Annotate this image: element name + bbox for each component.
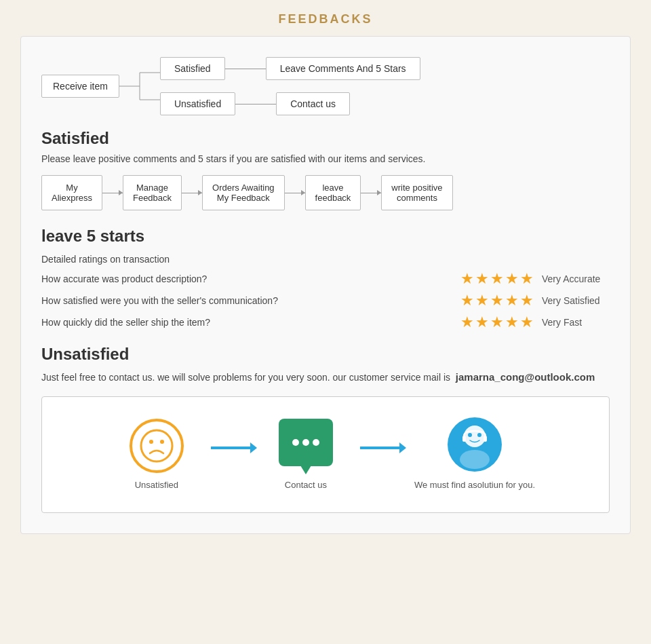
svg-rect-11: [462, 436, 466, 442]
satisfied-row: Satisfied Leave Comments And 5 Stars: [160, 57, 420, 80]
step-box-4: write positive comments: [381, 175, 452, 210]
step-box-3: leave feedback: [305, 175, 361, 210]
svg-point-13: [460, 450, 490, 469]
rating-label-0: Very Accurate: [542, 273, 610, 284]
rating-label-1: Very Satisfied: [542, 295, 610, 306]
contact-chat-label: Contact us: [285, 480, 327, 490]
page-header: FEEDBACKS: [0, 0, 651, 36]
page-title: FEEDBACKS: [0, 12, 651, 26]
step-arrow-2: [182, 193, 202, 193]
ratings-rows: How accurate was product description?★★★…: [41, 270, 610, 331]
rating-row-1: How satisfied were you with the seller's…: [41, 292, 610, 309]
svg-point-8: [464, 425, 486, 447]
main-card: Receive item Satisfied Leave Comments An…: [20, 36, 631, 534]
step-arrow-1: [102, 193, 123, 193]
chat-bubble-wrapper: [279, 419, 333, 466]
branch-lines-svg: [119, 59, 160, 113]
stars-2: ★★★★★: [460, 314, 534, 331]
rating-label-2: Very Fast: [542, 317, 610, 328]
step-arrow-4: [361, 193, 381, 193]
star-icon: ★: [475, 270, 489, 288]
unsatisfied-box: Unsatisfied: [160, 92, 235, 115]
step-box-2: Orders Awaiting My Feedback: [202, 175, 285, 210]
unsatisfied-text: Just feel free to contact us. we will so…: [41, 369, 610, 385]
star-icon: ★: [520, 270, 534, 288]
blue-arrow-line-2: [360, 447, 401, 449]
star-icon: ★: [475, 314, 489, 331]
h-line-1: [225, 69, 266, 69]
rating-question-2: How quickly did the seller ship the item…: [41, 317, 452, 328]
contact-unsatisfied-item: Unsatisfied: [116, 419, 197, 490]
svg-point-10: [477, 433, 481, 437]
blue-arrow-1: [211, 447, 252, 449]
contact-card: Unsatisfied Contact us: [41, 396, 610, 513]
blue-arrow-2: [360, 447, 401, 449]
unsatisfied-email: jamarna_cong@outlook.com: [456, 371, 595, 383]
contact-unsatisfied-label: Unsatisfied: [135, 480, 178, 490]
svg-point-5: [141, 430, 172, 461]
star-icon: ★: [505, 314, 519, 331]
rating-question-1: How satisfied were you with the seller's…: [41, 295, 452, 306]
star-icon: ★: [460, 270, 474, 288]
sad-face-icon: [130, 419, 184, 473]
contact-agent-label: We must find asolutiun for you.: [414, 478, 535, 492]
chat-bubble-icon: [279, 419, 333, 466]
rating-question-0: How accurate was product description?: [41, 273, 452, 284]
steps-row: My AliexpressManage FeedbackOrders Await…: [41, 175, 610, 210]
satisfied-box: Satisfied: [160, 57, 225, 80]
star-icon: ★: [505, 292, 519, 309]
receive-item-box: Receive item: [41, 75, 119, 98]
unsatisfied-row: Unsatisfied Contact us: [160, 92, 420, 115]
svg-point-7: [160, 440, 164, 444]
step-arrow-3: [285, 193, 305, 193]
svg-point-9: [468, 433, 472, 437]
unsatisfied-heading: Unsatisfied: [41, 345, 610, 364]
star-icon: ★: [520, 314, 534, 331]
star-icon: ★: [460, 292, 474, 309]
leave5-heading: leave 5 starts: [41, 227, 610, 246]
ratings-block: Detailed ratings on transaction How accu…: [41, 254, 610, 331]
star-icon: ★: [520, 292, 534, 309]
contact-us-flow-box: Contact us: [276, 92, 350, 115]
satisfied-description: Please leave positive comments and 5 sta…: [41, 153, 610, 164]
step-box-0: My Aliexpress: [41, 175, 102, 210]
blue-arrow-line-1: [211, 447, 252, 449]
star-icon: ★: [490, 270, 504, 288]
star-icon: ★: [490, 292, 504, 309]
satisfied-heading: Satisfied: [41, 129, 610, 148]
star-icon: ★: [490, 314, 504, 331]
flow-diagram: Receive item Satisfied Leave Comments An…: [41, 57, 610, 115]
agent-icon: [448, 417, 502, 472]
stars-0: ★★★★★: [460, 270, 534, 288]
ratings-label: Detailed ratings on transaction: [41, 254, 610, 265]
star-icon: ★: [475, 292, 489, 309]
rating-row-0: How accurate was product description?★★★…: [41, 270, 610, 288]
h-line-2: [235, 104, 276, 105]
stars-1: ★★★★★: [460, 292, 534, 309]
star-icon: ★: [505, 270, 519, 288]
svg-rect-12: [484, 436, 487, 442]
svg-point-6: [149, 440, 153, 444]
leave-comments-box: Leave Comments And 5 Stars: [266, 57, 420, 80]
contact-agent-item: We must find asolutiun for you.: [414, 417, 535, 492]
contact-chat-item: Contact us: [265, 419, 347, 490]
flow-outcomes: Satisfied Leave Comments And 5 Stars Uns…: [160, 57, 420, 115]
rating-row-2: How quickly did the seller ship the item…: [41, 314, 610, 331]
step-box-1: Manage Feedback: [123, 175, 182, 210]
star-icon: ★: [460, 314, 474, 331]
